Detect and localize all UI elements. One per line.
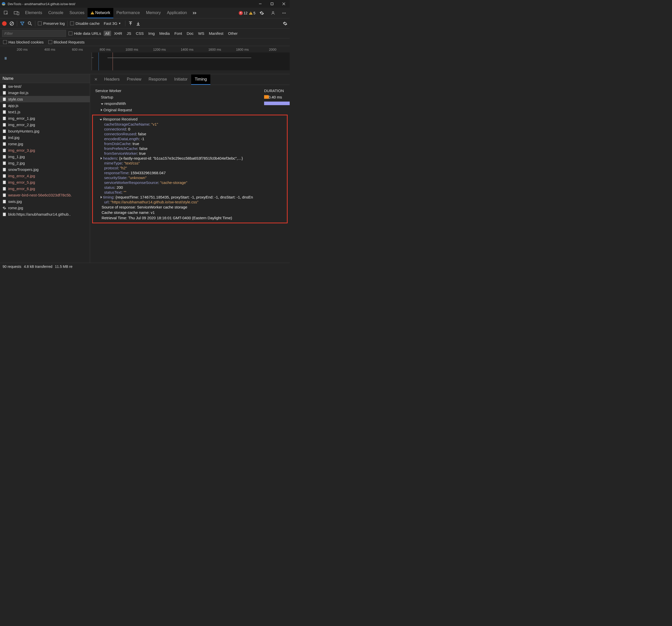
response-property[interactable]: headers: {x-fastly-request-id: "b1ca157e… — [94, 156, 286, 161]
request-row[interactable]: sw-test/ — [0, 83, 90, 90]
filter-type-font[interactable]: Font — [173, 31, 184, 36]
has-blocked-cookies-checkbox[interactable]: Has blocked cookies — [3, 40, 44, 44]
request-row[interactable]: img_error_6.jpg — [0, 186, 90, 192]
request-row[interactable]: img_error_1.jpg — [0, 115, 90, 122]
filter-type-all[interactable]: All — [104, 31, 111, 36]
response-property[interactable]: responseTime: 1594332961968.047 — [94, 170, 286, 175]
device-toolbar-icon[interactable] — [11, 9, 22, 17]
response-property[interactable]: cacheStorageCacheName: "v1" — [94, 122, 286, 127]
timeline-overview[interactable]: 200 ms400 ms600 ms800 ms1000 ms1200 ms14… — [0, 46, 290, 74]
more-tabs-chevron-icon[interactable] — [190, 10, 199, 16]
file-icon — [3, 174, 6, 178]
tab-application[interactable]: Application — [164, 8, 190, 18]
request-row[interactable]: img_2.jpg — [0, 160, 90, 166]
filter-icon[interactable] — [20, 21, 25, 26]
close-details-icon[interactable]: ✕ — [92, 77, 99, 82]
kebab-menu-icon[interactable] — [280, 9, 289, 17]
file-icon — [3, 187, 6, 191]
request-row[interactable]: rome.jpg — [0, 141, 90, 147]
request-row[interactable]: img_error_4.jpg — [0, 173, 90, 179]
request-row[interactable]: ind.jpg — [0, 134, 90, 141]
close-button[interactable] — [278, 0, 290, 8]
svg-rect-25 — [3, 123, 6, 126]
response-property[interactable]: encodedDataLength: -1 — [94, 136, 286, 141]
response-property[interactable]: protocol: "h2" — [94, 166, 286, 170]
request-row[interactable]: snowTroopers.jpg — [0, 166, 90, 173]
response-property[interactable]: serviceWorkerResponseSource: "cache-stor… — [94, 180, 286, 185]
svg-rect-37 — [3, 200, 6, 203]
request-row[interactable]: img_1.jpg — [0, 153, 90, 160]
request-row[interactable]: img_error_5.jpg — [0, 179, 90, 186]
request-row[interactable]: weaver-bird-nest-56e6c0323df78c5b. — [0, 192, 90, 198]
response-property[interactable]: connectionReused: false — [94, 131, 286, 136]
request-row[interactable]: img_error_3.jpg — [0, 147, 90, 153]
filter-type-img[interactable]: Img — [147, 31, 157, 36]
warning-count-badge[interactable]: 5 — [249, 11, 256, 15]
maximize-button[interactable] — [266, 0, 278, 8]
detail-tab-timing[interactable]: Timing — [191, 74, 210, 85]
response-property[interactable]: connectionId: 0 — [94, 127, 286, 131]
account-icon[interactable] — [268, 9, 278, 17]
response-property[interactable]: timing: {requestTime: 1746751.185435, pr… — [94, 195, 286, 199]
request-row[interactable]: rome.jpg — [0, 204, 90, 211]
timing-label[interactable]: Startup — [95, 95, 177, 99]
response-property[interactable]: statusText: "" — [94, 190, 286, 195]
minimize-button[interactable] — [255, 0, 266, 8]
preserve-log-checkbox[interactable]: Preserve log — [38, 21, 65, 26]
detail-tab-initiator[interactable]: Initiator — [170, 74, 191, 85]
response-property[interactable]: fromServiceWorker: true — [94, 151, 286, 156]
filter-type-css[interactable]: CSS — [134, 31, 145, 36]
download-har-icon[interactable] — [136, 21, 141, 26]
filter-type-xhr[interactable]: XHR — [113, 31, 124, 36]
hide-data-urls-checkbox[interactable]: Hide data URLs — [69, 31, 101, 35]
disable-cache-checkbox[interactable]: Disable cache — [70, 21, 99, 26]
filter-type-js[interactable]: JS — [125, 31, 133, 36]
request-row[interactable]: img_error_2.jpg — [0, 122, 90, 128]
network-settings-icon[interactable] — [283, 21, 288, 26]
error-count-badge[interactable]: ✕ 12 — [239, 11, 248, 15]
timing-label[interactable]: respondWith — [95, 101, 177, 106]
tab-elements[interactable]: Elements — [22, 8, 45, 18]
request-details-panel: ✕ HeadersPreviewResponseInitiatorTiming … — [90, 74, 290, 263]
clear-icon[interactable] — [9, 21, 14, 26]
blocked-requests-checkbox[interactable]: Blocked Requests — [48, 40, 85, 44]
filter-type-other[interactable]: Other — [226, 31, 239, 36]
filter-type-manifest[interactable]: Manifest — [207, 31, 225, 36]
tab-memory[interactable]: Memory — [143, 8, 164, 18]
original-request-row[interactable]: Original Request — [95, 108, 177, 112]
response-property[interactable]: fromDiskCache: true — [94, 141, 286, 146]
detail-tab-response[interactable]: Response — [145, 74, 170, 85]
response-property[interactable]: status: 200 — [94, 185, 286, 190]
request-row[interactable]: swis.jpg — [0, 198, 90, 204]
request-row[interactable]: style.css — [0, 96, 90, 102]
response-property[interactable]: fromPrefetchCache: false — [94, 146, 286, 151]
detail-tab-headers[interactable]: Headers — [101, 74, 123, 85]
tab-network[interactable]: Network — [88, 8, 113, 18]
tab-sources[interactable]: Sources — [66, 8, 88, 18]
response-property[interactable]: url: "https://anubhamathur14.github.io/s… — [94, 199, 286, 204]
inspect-element-icon[interactable] — [1, 9, 11, 17]
request-row[interactable]: bountyHunters.jpg — [0, 128, 90, 134]
record-button[interactable] — [2, 21, 7, 26]
filter-type-ws[interactable]: WS — [196, 31, 206, 36]
svg-rect-8 — [17, 12, 19, 15]
response-received-row[interactable]: Response Received — [94, 116, 286, 122]
filter-type-media[interactable]: Media — [158, 31, 171, 36]
throttle-select[interactable]: Fast 3G ▼ — [102, 21, 122, 26]
request-name: blob:https://anubhamathur14.github.. — [8, 212, 71, 216]
response-property[interactable]: mimeType: "text/css" — [94, 161, 286, 166]
upload-har-icon[interactable] — [128, 21, 133, 26]
request-row[interactable]: blob:https://anubhamathur14.github.. — [0, 211, 90, 217]
filter-type-doc[interactable]: Doc — [185, 31, 195, 36]
request-row[interactable]: image-list.js — [0, 90, 90, 96]
detail-tab-preview[interactable]: Preview — [123, 74, 145, 85]
tab-performance[interactable]: Performance — [113, 8, 143, 18]
request-row[interactable]: app.js — [0, 102, 90, 109]
name-column-header[interactable]: Name — [0, 74, 90, 83]
settings-icon[interactable] — [257, 9, 267, 17]
filter-input[interactable] — [2, 30, 66, 37]
tab-console[interactable]: Console — [45, 8, 67, 18]
request-row[interactable]: text1.js — [0, 109, 90, 115]
response-property[interactable]: securityState: "unknown" — [94, 175, 286, 180]
search-icon[interactable] — [27, 21, 32, 26]
